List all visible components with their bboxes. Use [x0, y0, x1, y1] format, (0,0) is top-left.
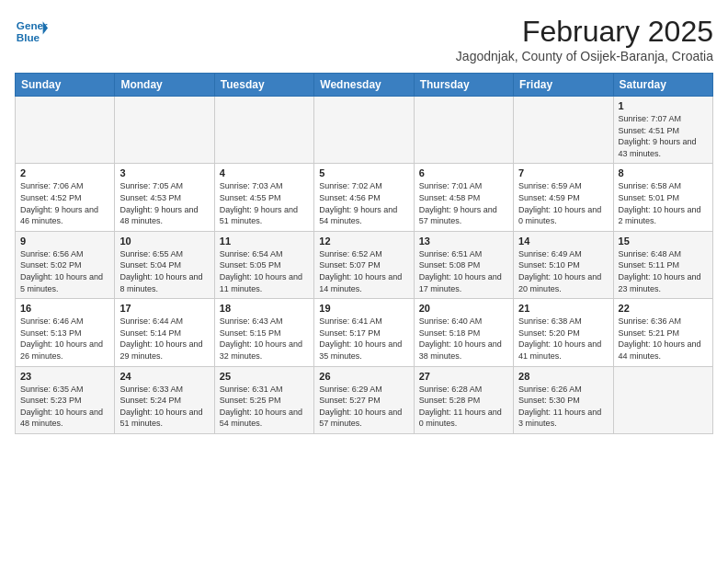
- calendar-cell: [613, 366, 712, 433]
- calendar-cell: 25Sunrise: 6:31 AM Sunset: 5:25 PM Dayli…: [214, 366, 313, 433]
- calendar-cell: [214, 97, 313, 164]
- day-info: Sunrise: 7:03 AM Sunset: 4:55 PM Dayligh…: [220, 180, 309, 226]
- day-number: 5: [319, 167, 408, 178]
- calendar-cell: 23Sunrise: 6:35 AM Sunset: 5:23 PM Dayli…: [16, 366, 115, 433]
- day-info: Sunrise: 6:51 AM Sunset: 5:08 PM Dayligh…: [419, 248, 508, 294]
- logo-icon: General Blue: [15, 15, 48, 48]
- day-number: 4: [220, 167, 309, 178]
- calendar-cell: 19Sunrise: 6:41 AM Sunset: 5:17 PM Dayli…: [314, 299, 414, 366]
- calendar-cell: 28Sunrise: 6:26 AM Sunset: 5:30 PM Dayli…: [514, 366, 613, 433]
- day-number: 25: [220, 371, 309, 382]
- day-info: Sunrise: 6:48 AM Sunset: 5:11 PM Dayligh…: [619, 248, 708, 294]
- day-info: Sunrise: 6:28 AM Sunset: 5:28 PM Dayligh…: [419, 384, 508, 430]
- calendar-cell: 24Sunrise: 6:33 AM Sunset: 5:24 PM Dayli…: [115, 366, 214, 433]
- calendar-cell: 6Sunrise: 7:01 AM Sunset: 4:58 PM Daylig…: [414, 164, 513, 231]
- day-number: 13: [419, 236, 508, 247]
- day-number: 15: [619, 236, 708, 247]
- day-info: Sunrise: 6:46 AM Sunset: 5:13 PM Dayligh…: [20, 316, 109, 362]
- day-info: Sunrise: 7:05 AM Sunset: 4:53 PM Dayligh…: [119, 180, 209, 226]
- calendar-cell: 11Sunrise: 6:54 AM Sunset: 5:05 PM Dayli…: [214, 231, 313, 298]
- calendar-cell: 4Sunrise: 7:03 AM Sunset: 4:55 PM Daylig…: [214, 164, 313, 231]
- day-info: Sunrise: 6:31 AM Sunset: 5:25 PM Dayligh…: [220, 384, 309, 430]
- calendar-cell: 20Sunrise: 6:40 AM Sunset: 5:18 PM Dayli…: [414, 299, 513, 366]
- day-number: 10: [119, 236, 209, 247]
- calendar-cell: 16Sunrise: 6:46 AM Sunset: 5:13 PM Dayli…: [16, 299, 115, 366]
- day-number: 11: [220, 236, 309, 247]
- weekday-header: Thursday: [414, 74, 513, 97]
- day-number: 26: [319, 371, 408, 382]
- calendar-cell: 2Sunrise: 7:06 AM Sunset: 4:52 PM Daylig…: [16, 164, 115, 231]
- day-number: 8: [619, 167, 708, 178]
- calendar-cell: [16, 97, 115, 164]
- calendar-cell: 10Sunrise: 6:55 AM Sunset: 5:04 PM Dayli…: [115, 231, 214, 298]
- day-info: Sunrise: 6:49 AM Sunset: 5:10 PM Dayligh…: [518, 248, 608, 294]
- weekday-header: Sunday: [16, 74, 115, 97]
- calendar-table: SundayMondayTuesdayWednesdayThursdayFrid…: [15, 73, 713, 434]
- day-number: 1: [619, 100, 708, 111]
- day-info: Sunrise: 7:06 AM Sunset: 4:52 PM Dayligh…: [20, 180, 109, 226]
- calendar-cell: 3Sunrise: 7:05 AM Sunset: 4:53 PM Daylig…: [115, 164, 214, 231]
- title-block: February 2025 Jagodnjak, County of Osije…: [456, 15, 713, 63]
- day-info: Sunrise: 6:52 AM Sunset: 5:07 PM Dayligh…: [319, 248, 408, 294]
- day-number: 27: [419, 371, 508, 382]
- day-info: Sunrise: 6:54 AM Sunset: 5:05 PM Dayligh…: [220, 248, 309, 294]
- weekday-header: Tuesday: [214, 74, 313, 97]
- calendar-week-row: 1Sunrise: 7:07 AM Sunset: 4:51 PM Daylig…: [16, 97, 713, 164]
- calendar-week-row: 9Sunrise: 6:56 AM Sunset: 5:02 PM Daylig…: [16, 231, 713, 298]
- day-info: Sunrise: 6:43 AM Sunset: 5:15 PM Dayligh…: [220, 316, 309, 362]
- calendar-cell: [314, 97, 414, 164]
- month-year: February 2025: [456, 15, 713, 49]
- day-number: 18: [220, 303, 309, 314]
- day-number: 14: [518, 236, 608, 247]
- calendar-cell: 9Sunrise: 6:56 AM Sunset: 5:02 PM Daylig…: [16, 231, 115, 298]
- day-info: Sunrise: 6:44 AM Sunset: 5:14 PM Dayligh…: [119, 316, 209, 362]
- day-number: 19: [319, 303, 408, 314]
- day-number: 23: [20, 371, 109, 382]
- calendar-week-row: 16Sunrise: 6:46 AM Sunset: 5:13 PM Dayli…: [16, 299, 713, 366]
- weekday-header: Saturday: [613, 74, 712, 97]
- logo: General Blue: [15, 15, 48, 48]
- calendar-cell: 14Sunrise: 6:49 AM Sunset: 5:10 PM Dayli…: [514, 231, 613, 298]
- calendar-cell: 18Sunrise: 6:43 AM Sunset: 5:15 PM Dayli…: [214, 299, 313, 366]
- calendar-cell: 1Sunrise: 7:07 AM Sunset: 4:51 PM Daylig…: [613, 97, 712, 164]
- calendar-cell: 27Sunrise: 6:28 AM Sunset: 5:28 PM Dayli…: [414, 366, 513, 433]
- day-number: 3: [119, 167, 209, 178]
- day-info: Sunrise: 6:55 AM Sunset: 5:04 PM Dayligh…: [119, 248, 209, 294]
- day-info: Sunrise: 6:33 AM Sunset: 5:24 PM Dayligh…: [119, 384, 209, 430]
- day-number: 20: [419, 303, 508, 314]
- calendar-week-row: 23Sunrise: 6:35 AM Sunset: 5:23 PM Dayli…: [16, 366, 713, 433]
- weekday-header: Monday: [115, 74, 214, 97]
- day-number: 17: [119, 303, 209, 314]
- calendar-cell: 12Sunrise: 6:52 AM Sunset: 5:07 PM Dayli…: [314, 231, 414, 298]
- location: Jagodnjak, County of Osijek-Baranja, Cro…: [456, 49, 713, 63]
- day-number: 24: [119, 371, 209, 382]
- day-info: Sunrise: 6:40 AM Sunset: 5:18 PM Dayligh…: [419, 316, 508, 362]
- day-info: Sunrise: 6:36 AM Sunset: 5:21 PM Dayligh…: [619, 316, 708, 362]
- day-number: 28: [518, 371, 608, 382]
- calendar-cell: [514, 97, 613, 164]
- day-number: 12: [319, 236, 408, 247]
- weekday-header: Wednesday: [314, 74, 414, 97]
- calendar-cell: [414, 97, 513, 164]
- calendar-cell: [115, 97, 214, 164]
- calendar-week-row: 2Sunrise: 7:06 AM Sunset: 4:52 PM Daylig…: [16, 164, 713, 231]
- calendar-cell: 5Sunrise: 7:02 AM Sunset: 4:56 PM Daylig…: [314, 164, 414, 231]
- day-info: Sunrise: 7:02 AM Sunset: 4:56 PM Dayligh…: [319, 180, 408, 226]
- calendar-cell: 7Sunrise: 6:59 AM Sunset: 4:59 PM Daylig…: [514, 164, 613, 231]
- day-number: 7: [518, 167, 608, 178]
- day-info: Sunrise: 6:56 AM Sunset: 5:02 PM Dayligh…: [20, 248, 109, 294]
- day-info: Sunrise: 6:29 AM Sunset: 5:27 PM Dayligh…: [319, 384, 408, 430]
- day-number: 21: [518, 303, 608, 314]
- day-number: 2: [20, 167, 109, 178]
- day-info: Sunrise: 6:35 AM Sunset: 5:23 PM Dayligh…: [20, 384, 109, 430]
- calendar-cell: 15Sunrise: 6:48 AM Sunset: 5:11 PM Dayli…: [613, 231, 712, 298]
- day-info: Sunrise: 6:41 AM Sunset: 5:17 PM Dayligh…: [319, 316, 408, 362]
- svg-text:Blue: Blue: [17, 31, 40, 43]
- day-info: Sunrise: 6:38 AM Sunset: 5:20 PM Dayligh…: [518, 316, 608, 362]
- calendar-cell: 17Sunrise: 6:44 AM Sunset: 5:14 PM Dayli…: [115, 299, 214, 366]
- day-number: 22: [619, 303, 708, 314]
- day-number: 9: [20, 236, 109, 247]
- page-header: General Blue February 2025 Jagodnjak, Co…: [15, 15, 713, 63]
- day-info: Sunrise: 6:26 AM Sunset: 5:30 PM Dayligh…: [518, 384, 608, 430]
- weekday-header: Friday: [514, 74, 613, 97]
